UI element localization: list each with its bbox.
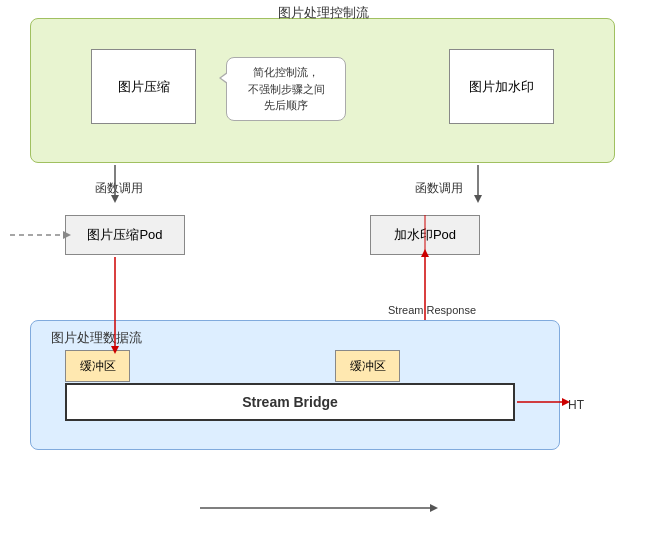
buffer-left-label: 缓冲区	[80, 358, 116, 375]
buffer-right: 缓冲区	[335, 350, 400, 382]
diagram: 图片压缩 图片加水印 简化控制流，不强制步骤之间先后顺序 图片处理控制流 函数调…	[0, 0, 646, 539]
ht-label: HT	[568, 398, 584, 412]
svg-marker-5	[474, 195, 482, 203]
compress-label: 图片压缩	[118, 78, 170, 96]
stream-bridge-box: Stream Bridge	[65, 383, 515, 421]
watermark-label: 图片加水印	[469, 78, 534, 96]
control-flow-title: 图片处理控制流	[278, 4, 369, 22]
compress-pod-label: 图片压缩Pod	[87, 226, 162, 244]
compress-box: 图片压缩	[91, 49, 196, 124]
watermark-box: 图片加水印	[449, 49, 554, 124]
compress-pod: 图片压缩Pod	[65, 215, 185, 255]
buffer-right-label: 缓冲区	[350, 358, 386, 375]
stream-bridge-label: Stream Bridge	[242, 394, 338, 410]
bubble-text: 简化控制流，不强制步骤之间先后顺序	[248, 66, 325, 111]
svg-marker-14	[430, 504, 438, 512]
watermark-pod: 加水印Pod	[370, 215, 480, 255]
speech-bubble: 简化控制流，不强制步骤之间先后顺序	[226, 57, 346, 121]
watermark-pod-label: 加水印Pod	[394, 226, 456, 244]
buffer-left: 缓冲区	[65, 350, 130, 382]
control-flow-box: 图片压缩 图片加水印 简化控制流，不强制步骤之间先后顺序	[30, 18, 615, 163]
func-call-right-label: 函数调用	[415, 180, 463, 197]
func-call-left-label: 函数调用	[95, 180, 143, 197]
data-flow-title: 图片处理数据流	[51, 329, 142, 347]
